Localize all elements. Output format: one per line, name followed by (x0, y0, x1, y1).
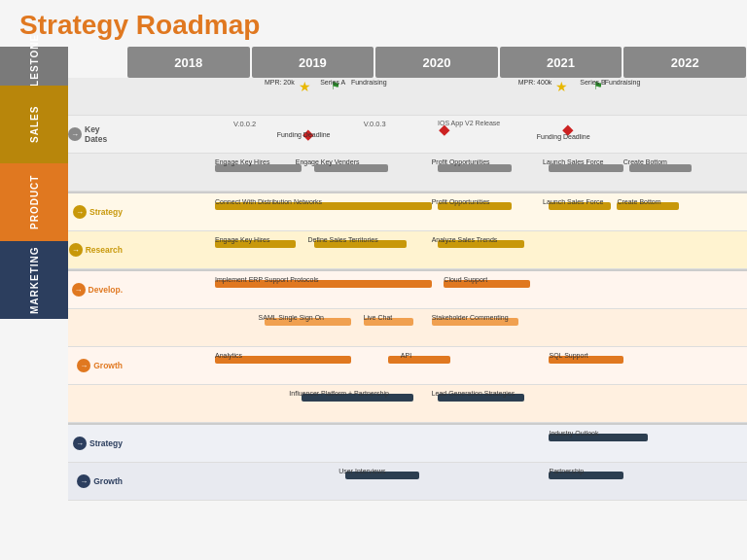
bar-launch-sales-1 (549, 164, 622, 172)
section-label-sales: SALES (0, 86, 68, 163)
product-growth2-content: Influencer Platform + Partnership Lead G… (128, 385, 747, 422)
row-label-sales-strategy: → Strategy (68, 205, 128, 219)
roadmap-container: MILESTONE SALES PRODUCT MARKETING 2018 2… (0, 47, 747, 556)
row-label-product-develop: → Develop. (68, 283, 128, 297)
year-headers: 2018 2019 2020 2021 2022 (126, 47, 747, 78)
series-b-label: Series B (580, 79, 605, 86)
bar-create-bottom-1 (629, 164, 692, 172)
keydates-content: V.0.0.2 Funding Deadline V.0.0.3 IOS App… (128, 116, 747, 153)
mpr-2-label: MPR: 400k (518, 79, 552, 86)
milestone-flags-content: ★ ★ ⚑ ⚑ MPR: 20k MPR: 400k Series A Seri… (128, 78, 747, 115)
label-engage-key-venders: Engage Key Venders (296, 158, 360, 165)
star-2: ★ (555, 79, 568, 94)
diamond-2 (439, 125, 449, 136)
row-product-develop: → Develop. Implement ERP Support Protoco… (68, 271, 747, 309)
label-saml: SAML Single Sign On (259, 314, 324, 321)
label-industry-outlook: Industry Outlook (549, 430, 598, 437)
product-growth-content: Analytics API SQL Support (128, 347, 747, 384)
label-erp: Implement ERP Support Protocols (215, 276, 318, 283)
year-2019: 2019 (252, 47, 374, 78)
row-product-growth: → Growth Analytics API SQL Support (68, 347, 747, 385)
ios-label: IOS App V2 Release (438, 120, 500, 126)
arrow-sales-research: → (69, 243, 83, 257)
section-label-milestone: MILESTONE (0, 47, 68, 86)
label-connect-distrib: Connect With Distribution Networks (215, 198, 322, 205)
series-a-label: Series A (320, 79, 345, 86)
row-product-develop2: Develop. SAML Single Sign On Live Chat S… (68, 309, 747, 347)
section-label-product: PRODUCT (0, 163, 68, 241)
label-user-interviews: User Interviews (338, 468, 385, 474)
label-define-sales: Define Sales Territories (307, 236, 377, 243)
row-sales-strategy: → Strategy Connect With Distribution Net… (68, 193, 747, 231)
arrow-marketing-strategy: → (73, 437, 87, 450)
year-2018: 2018 (127, 47, 250, 78)
label-stakeholder: Stakeholder Commenting (432, 314, 509, 321)
mpr-1-label: MPR: 20k (265, 79, 295, 86)
bar-engage-key-venders (314, 164, 388, 172)
label-api: API (401, 352, 411, 359)
label-influencer: Influencer Platform + Partnership (289, 390, 389, 397)
row-milestone-flags: ★ ★ ⚑ ⚑ MPR: 20k MPR: 400k Series A Seri… (68, 78, 747, 116)
marketing-strategy-content: Industry Outlook (128, 425, 747, 462)
row-sales-research: → Research Engage Key Hires Define Sales… (68, 231, 747, 269)
rows-container: ★ ★ ⚑ ⚑ MPR: 20k MPR: 400k Series A Seri… (68, 78, 747, 556)
row-key-dates: → Key Dates V.0.0.2 Funding Deadline V.0… (68, 116, 747, 154)
row-label-sales-research: → Research (68, 243, 128, 257)
row-milestone-bars: Engage Key Hires Engage Key Venders Prof… (68, 154, 747, 192)
label-live-chat: Live Chat (364, 314, 393, 321)
fundraising-1-label: Fundraising (351, 79, 387, 86)
row-marketing-growth: → Growth User Interviews Partnership (68, 463, 747, 501)
page-title: Strategy Roadmap (0, 0, 747, 47)
label-cloud: Cloud Support (444, 276, 487, 283)
label-lead-gen: Lead Generation Strategies (432, 390, 516, 397)
arrow-key-dates: → (68, 127, 82, 141)
row-label-product-growth: → Growth (68, 359, 128, 372)
label-partnership: Partnership (549, 468, 584, 474)
label-sql: SQL Support (549, 352, 587, 359)
arrow-product-develop: → (72, 283, 86, 297)
funding-deadline-2: Funding Deadline (537, 133, 590, 140)
row-marketing-strategy: → Strategy Industry Outlook (68, 425, 747, 463)
marketing-growth-content: User Interviews Partnership (128, 463, 747, 500)
sales-research-content: Engage Key Hires Define Sales Territorie… (128, 231, 747, 268)
year-2021: 2021 (500, 47, 622, 78)
arrow-sales-strategy: → (73, 205, 87, 219)
label-engage-key-hires: Engage Key Hires (215, 158, 269, 165)
label-analytics: Analytics (215, 352, 242, 359)
label-analyze-sales: Analyze Sales Trends (432, 236, 498, 243)
main-content: 2018 2019 2020 2021 2022 ★ ★ (68, 47, 747, 556)
product-develop2-content: SAML Single Sign On Live Chat Stakeholde… (128, 309, 747, 346)
fundraising-2-label: Fundraising (605, 79, 641, 86)
funding-deadline-1: Funding Deadline (277, 131, 331, 138)
label-create-bottom-2: Create Bottom (617, 198, 660, 205)
arrow-product-growth: → (77, 359, 90, 372)
product-develop-content: Implement ERP Support Protocols Cloud Su… (128, 271, 747, 308)
year-2020: 2020 (375, 47, 498, 78)
label-launch-sales-1: Launch Sales Force (543, 158, 603, 165)
sidebar: MILESTONE SALES PRODUCT MARKETING (0, 47, 68, 556)
label-launch-sales-2: Launch Sales Force (543, 198, 603, 205)
page: Strategy Roadmap MILESTONE SALES PRODUCT… (0, 0, 747, 560)
year-2022: 2022 (623, 47, 746, 78)
arrow-marketing-growth: → (77, 474, 90, 488)
label-profit-opp-1: Profit Opportunities (432, 158, 490, 165)
label-create-bottom-1: Create Bottom (623, 158, 667, 165)
label-engage-hires-2: Engage Key Hires (215, 236, 269, 243)
v003-label: V.0.0.3 (364, 120, 386, 128)
milestone-bars-content: Engage Key Hires Engage Key Venders Prof… (128, 154, 747, 191)
v002-label: V.0.0.2 (233, 120, 256, 128)
bar-profit-opp-1 (438, 164, 512, 172)
sales-strategy-content: Connect With Distribution Networks Profi… (128, 193, 747, 230)
section-label-marketing: MARKETING (0, 241, 68, 319)
label-profit-opp-2: Profit Opportunities (432, 198, 490, 205)
row-label-marketing-growth: → Growth (68, 474, 128, 488)
bar-engage-key-hires (215, 164, 302, 172)
row-label-marketing-strategy: → Strategy (68, 437, 128, 450)
star-1: ★ (299, 79, 311, 94)
row-label-keydates2: → Key Dates (68, 124, 128, 144)
row-product-growth2: Growth Influencer Platform + Partnership… (68, 385, 747, 423)
bar-api (388, 356, 450, 364)
